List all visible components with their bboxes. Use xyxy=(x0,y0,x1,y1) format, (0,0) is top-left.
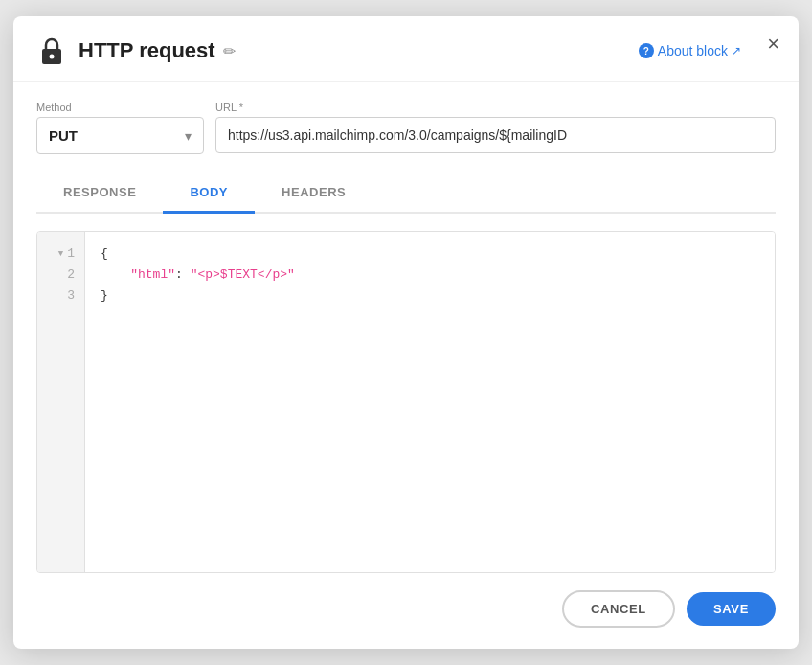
fields-row: Method PUT ▾ URL * xyxy=(36,102,776,154)
close-button[interactable]: × xyxy=(767,34,779,55)
method-label: Method xyxy=(36,102,204,113)
edit-icon[interactable]: ✏ xyxy=(223,42,236,60)
code-key: "html" xyxy=(130,267,175,282)
tab-body[interactable]: BODY xyxy=(163,173,255,214)
save-button[interactable]: SAVE xyxy=(687,592,776,626)
code-line-2: "html": "<p>$TEXT</p>" xyxy=(101,264,759,286)
code-line-3: } xyxy=(101,286,759,307)
url-input[interactable] xyxy=(215,117,776,153)
fold-arrow-1: ▼ xyxy=(58,243,63,264)
code-line-1: { xyxy=(101,243,759,264)
line-number-1: ▼ 1 xyxy=(37,243,84,264)
tab-response[interactable]: RESPONSE xyxy=(36,173,163,214)
about-block-label: About block xyxy=(658,43,728,58)
code-content[interactable]: { "html": "<p>$TEXT</p>" } xyxy=(85,232,775,572)
method-field: Method PUT ▾ xyxy=(36,102,204,154)
about-block-link[interactable]: ? About block ↗ xyxy=(639,43,741,58)
modal-header: HTTP request ✏ ? About block ↗ × xyxy=(13,16,799,82)
modal-body: Method PUT ▾ URL * RESPONSE BODY HEADERS xyxy=(13,82,799,573)
method-select[interactable]: PUT ▾ xyxy=(36,117,204,154)
line-number-3: 3 xyxy=(37,286,84,307)
modal-title: HTTP request xyxy=(79,38,215,63)
cancel-button[interactable]: CANCEL xyxy=(562,590,675,628)
chevron-down-icon: ▾ xyxy=(185,128,192,144)
code-editor[interactable]: ▼ 1 2 3 { "html": "<p>$TEXT</p>" } xyxy=(36,231,776,573)
url-label: URL * xyxy=(215,102,776,113)
lock-icon xyxy=(36,35,67,66)
external-link-icon: ↗ xyxy=(732,44,741,57)
tabs-bar: RESPONSE BODY HEADERS xyxy=(36,173,776,214)
tab-headers[interactable]: HEADERS xyxy=(255,173,372,214)
question-icon: ? xyxy=(639,43,654,58)
line-number-2: 2 xyxy=(37,264,84,286)
line-num-3: 3 xyxy=(67,286,75,307)
line-numbers: ▼ 1 2 3 xyxy=(37,232,85,572)
method-value: PUT xyxy=(49,127,78,144)
modal-footer: CANCEL SAVE xyxy=(13,573,799,649)
http-request-modal: HTTP request ✏ ? About block ↗ × Method … xyxy=(13,16,799,649)
svg-point-1 xyxy=(50,55,55,59)
line-num-2: 2 xyxy=(67,264,75,286)
line-num-1: 1 xyxy=(67,243,75,264)
url-field: URL * xyxy=(215,102,776,154)
code-string: "<p>$TEXT</p>" xyxy=(191,267,295,282)
